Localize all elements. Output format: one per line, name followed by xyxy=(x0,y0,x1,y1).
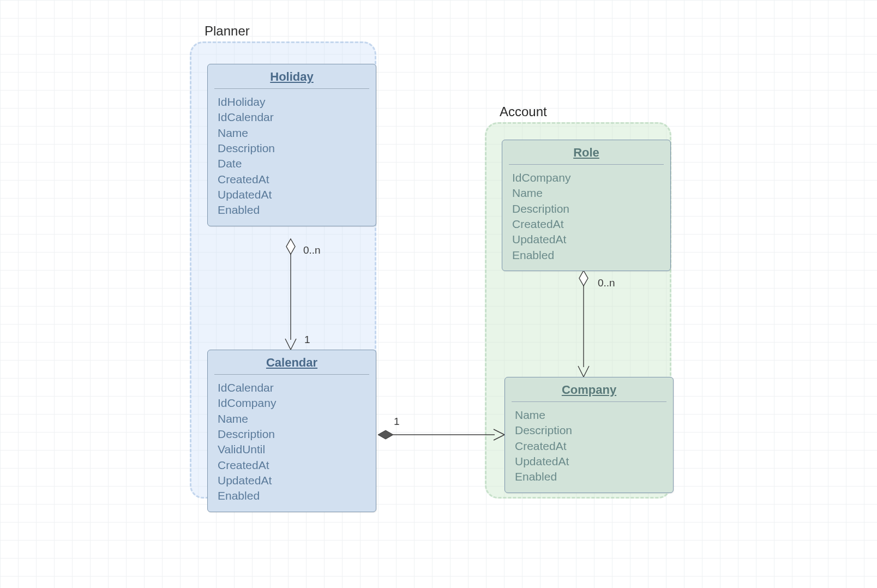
class-role-attrs: IdCompany Name Description CreatedAt Upd… xyxy=(502,166,670,271)
attr: CreatedAt xyxy=(515,439,663,454)
attr: IdCalendar xyxy=(218,110,366,125)
attr: Enabled xyxy=(515,469,663,484)
divider xyxy=(214,374,369,375)
mult-role-source: 0..n xyxy=(598,277,615,289)
attr: UpdatedAt xyxy=(218,473,366,488)
attr: IdCompany xyxy=(218,395,366,411)
package-planner-label: Planner xyxy=(205,23,250,39)
attr: CreatedAt xyxy=(218,458,366,473)
class-company-title: Company xyxy=(505,377,673,401)
attr: Name xyxy=(512,185,660,201)
attr: Date xyxy=(218,156,366,171)
attr: Description xyxy=(218,427,366,442)
attr: UpdatedAt xyxy=(512,232,660,247)
attr: UpdatedAt xyxy=(218,187,366,202)
class-company-attrs: Name Description CreatedAt UpdatedAt Ena… xyxy=(505,403,673,493)
class-calendar-title: Calendar xyxy=(208,350,376,374)
attr: Description xyxy=(512,201,660,217)
attr: Enabled xyxy=(218,202,366,218)
attr: Description xyxy=(515,423,663,438)
attr: IdHoliday xyxy=(218,94,366,110)
diagram-stage: Planner Account 0..n 1 0..n 1 Holiday xyxy=(0,0,877,588)
attr: CreatedAt xyxy=(512,217,660,232)
attr: Description xyxy=(218,141,366,156)
mult-calendar-source: 1 xyxy=(394,416,400,428)
class-role-title: Role xyxy=(502,140,670,164)
attr: Name xyxy=(218,125,366,141)
attr: IdCompany xyxy=(512,170,660,185)
svg-marker-5 xyxy=(378,430,393,439)
divider xyxy=(214,88,369,89)
class-calendar-attrs: IdCalendar IdCompany Name Description Va… xyxy=(208,376,376,512)
attr: Name xyxy=(515,407,663,423)
divider xyxy=(509,164,664,165)
attr: Enabled xyxy=(218,488,366,503)
class-company[interactable]: Company Name Description CreatedAt Updat… xyxy=(504,377,674,493)
connector-layer xyxy=(0,0,877,588)
class-holiday-title: Holiday xyxy=(208,64,376,88)
mult-holiday-source: 0..n xyxy=(303,244,321,256)
attr: ValidUntil xyxy=(218,442,366,457)
mult-holiday-target: 1 xyxy=(304,334,310,346)
attr: Name xyxy=(218,411,366,427)
class-holiday[interactable]: Holiday IdHoliday IdCalendar Name Descri… xyxy=(207,64,376,226)
class-calendar[interactable]: Calendar IdCalendar IdCompany Name Descr… xyxy=(207,350,376,512)
package-account-label: Account xyxy=(500,104,547,119)
attr: CreatedAt xyxy=(218,172,366,187)
attr: IdCalendar xyxy=(218,380,366,395)
divider xyxy=(512,401,666,402)
attr: Enabled xyxy=(512,248,660,263)
class-role[interactable]: Role IdCompany Name Description CreatedA… xyxy=(502,140,671,271)
class-holiday-attrs: IdHoliday IdCalendar Name Description Da… xyxy=(208,90,376,226)
attr: UpdatedAt xyxy=(515,454,663,469)
